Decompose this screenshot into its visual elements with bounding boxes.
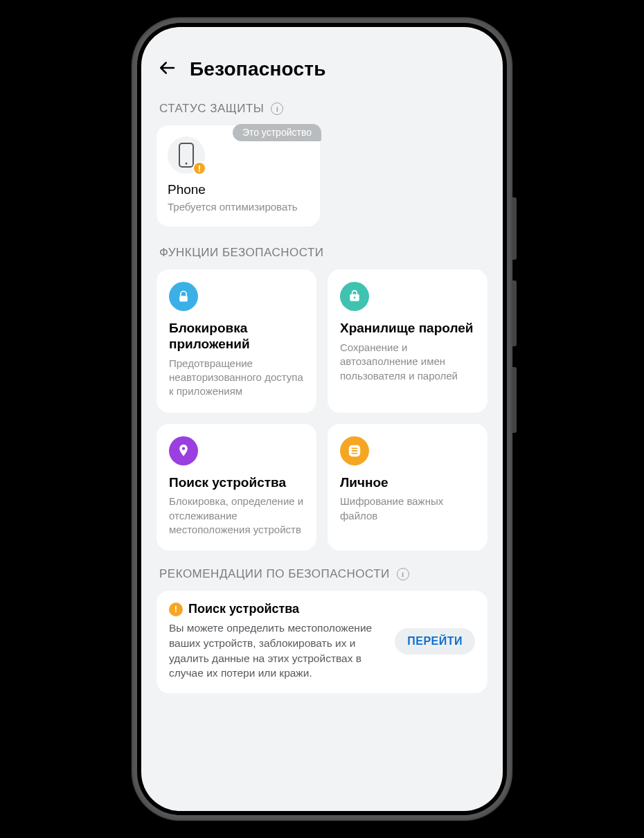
feature-desc: Шифрование важных файлов — [340, 494, 475, 523]
feature-app-lock[interactable]: Блокировка приложений Предотвращение неа… — [156, 269, 316, 412]
recs-section-label: РЕКОМЕНДАЦИИ ПО БЕЗОПАСНОСТИ — [159, 567, 390, 581]
hw-power-button — [512, 197, 517, 260]
go-button[interactable]: ПЕРЕЙТИ — [395, 628, 475, 654]
recommendation-card: ! Поиск устройства Вы можете определить … — [156, 591, 488, 693]
hw-volume-down — [512, 367, 517, 433]
features-grid: Блокировка приложений Предотвращение неа… — [156, 269, 488, 551]
feature-desc: Сохранение и автозаполнение имен пользов… — [340, 341, 475, 383]
bag-lock-icon — [340, 282, 369, 311]
feature-desc: Блокировка, определение и отслеживание м… — [169, 494, 304, 537]
phone-frame: Безопасность СТАТУС ЗАЩИТЫ i Это устройс… — [132, 17, 512, 821]
device-name: Phone — [168, 182, 309, 197]
info-icon[interactable]: i — [397, 568, 409, 580]
screen: Безопасность СТАТУС ЗАЩИТЫ i Это устройс… — [141, 27, 503, 811]
feature-personal[interactable]: Личное Шифрование важных файлов — [328, 424, 488, 551]
recommendation-desc: Вы можете определить местоположение ваши… — [169, 621, 386, 681]
phone-icon: ! — [168, 136, 205, 174]
back-icon[interactable] — [156, 57, 177, 81]
warning-badge-icon: ! — [193, 161, 206, 175]
device-status-card[interactable]: Это устройство ! Phone Требуется оптимиз… — [156, 125, 320, 226]
feature-title: Хранилище паролей — [340, 321, 475, 337]
drive-icon — [340, 436, 369, 465]
feature-password-vault[interactable]: Хранилище паролей Сохранение и автозапол… — [328, 269, 488, 412]
svg-point-4 — [354, 297, 356, 299]
page-title: Безопасность — [190, 58, 326, 80]
svg-rect-9 — [351, 452, 357, 454]
this-device-badge: Это устройство — [233, 124, 321, 141]
pin-icon — [169, 436, 198, 465]
status-section-label: СТАТУС ЗАЩИТЫ — [159, 102, 264, 116]
app-header: Безопасность — [141, 27, 503, 93]
feature-find-device[interactable]: Поиск устройства Блокировка, определение… — [156, 424, 316, 551]
status-section-header: СТАТУС ЗАЩИТЫ i — [159, 102, 485, 116]
info-icon[interactable]: i — [271, 102, 283, 115]
recs-section-header: РЕКОМЕНДАЦИИ ПО БЕЗОПАСНОСТИ i — [159, 567, 485, 581]
feature-title: Поиск устройства — [169, 475, 304, 491]
svg-point-1 — [186, 163, 188, 165]
lock-icon — [169, 282, 198, 311]
feature-title: Блокировка приложений — [169, 321, 304, 353]
svg-rect-8 — [351, 450, 357, 452]
svg-rect-7 — [351, 447, 357, 449]
svg-rect-2 — [179, 296, 188, 301]
features-section-label: ФУНКЦИИ БЕЗОПАСНОСТИ — [159, 246, 324, 260]
feature-title: Личное — [340, 475, 475, 491]
feature-desc: Предотвращение неавторизованного доступа… — [169, 357, 304, 399]
warning-icon: ! — [169, 603, 183, 616]
features-section-header: ФУНКЦИИ БЕЗОПАСНОСТИ — [159, 246, 485, 260]
recommendation-title: Поиск устройства — [188, 602, 299, 616]
svg-point-5 — [182, 447, 185, 449]
device-status-text: Требуется оптимизировать — [168, 200, 309, 214]
hw-volume-up — [512, 280, 517, 346]
